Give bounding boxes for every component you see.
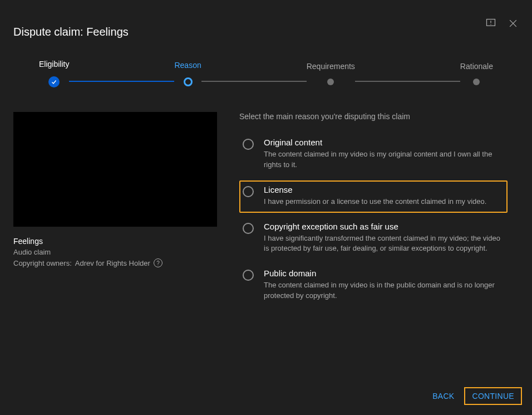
option-body: Original content The content claimed in …: [264, 138, 504, 170]
option-body: Copyright exception such as fair use I h…: [264, 222, 504, 255]
option-body: License I have permission or a license t…: [264, 185, 504, 207]
option-desc: I have permission or a license to use th…: [264, 197, 504, 207]
svg-point-2: [490, 24, 491, 25]
step-label: Requirements: [307, 62, 355, 71]
option-body: Public domain The content claimed in my …: [264, 268, 504, 301]
video-thumbnail[interactable]: [13, 112, 217, 227]
option-desc: The content claimed in my video is my or…: [264, 149, 504, 170]
option-public-domain[interactable]: Public domain The content claimed in my …: [239, 264, 508, 307]
option-original[interactable]: Original content The content claimed in …: [239, 133, 508, 176]
reason-panel: Select the main reason you're disputing …: [239, 112, 519, 307]
back-button[interactable]: BACK: [425, 387, 462, 405]
step-label: Reason: [174, 61, 201, 70]
close-icon[interactable]: [508, 18, 519, 29]
video-meta: Feelings Audio claim Copyright owners: A…: [13, 237, 217, 267]
option-fair-use[interactable]: Copyright exception such as fair use I h…: [239, 217, 508, 260]
radio-icon: [243, 223, 254, 234]
radio-icon: [243, 186, 254, 197]
step-eligibility[interactable]: Eligibility: [39, 60, 69, 87]
continue-button[interactable]: CONTINUE: [464, 387, 522, 405]
step-line: [201, 81, 307, 82]
step-dot-completed: [48, 76, 60, 87]
stepper: Eligibility Reason Requirements Rational…: [39, 60, 493, 87]
help-icon[interactable]: ?: [154, 258, 162, 267]
step-dot-pending: [473, 79, 480, 85]
option-desc: I have significantly transformed the con…: [264, 233, 504, 255]
feedback-icon[interactable]: [485, 18, 496, 29]
header-icons: [485, 13, 519, 29]
option-title: Original content: [264, 138, 504, 147]
step-rationale: Rationale: [460, 62, 493, 85]
video-title: Feelings: [13, 237, 217, 246]
step-dot-active: [184, 77, 193, 86]
dialog-title: Dispute claim: Feelings: [13, 13, 129, 38]
dialog-footer: BACK CONTINUE: [425, 387, 522, 405]
content: Feelings Audio claim Copyright owners: A…: [0, 87, 532, 307]
radio-icon: [243, 139, 254, 150]
owners-value: Adrev for Rights Holder: [75, 259, 150, 267]
reason-options: Original content The content claimed in …: [239, 133, 508, 307]
step-dot-pending: [327, 79, 334, 85]
radio-icon: [243, 270, 254, 281]
step-label: Eligibility: [39, 60, 69, 69]
copyright-owners: Copyright owners: Adrev for Rights Holde…: [13, 258, 217, 267]
option-title: Copyright exception such as fair use: [264, 222, 504, 231]
option-title: License: [264, 185, 504, 194]
step-label: Rationale: [460, 62, 493, 71]
option-license[interactable]: License I have permission or a license t…: [239, 180, 508, 213]
option-title: Public domain: [264, 268, 504, 278]
step-line: [355, 81, 460, 82]
video-panel: Feelings Audio claim Copyright owners: A…: [13, 112, 217, 307]
claim-type: Audio claim: [13, 248, 217, 256]
reason-prompt: Select the main reason you're disputing …: [239, 112, 508, 121]
step-requirements: Requirements: [307, 62, 355, 85]
dialog-header: Dispute claim: Feelings: [0, 0, 532, 38]
step-line: [69, 81, 174, 82]
owners-prefix: Copyright owners:: [13, 259, 72, 267]
option-desc: The content claimed in my video is in th…: [264, 280, 504, 301]
step-reason[interactable]: Reason: [174, 61, 201, 86]
